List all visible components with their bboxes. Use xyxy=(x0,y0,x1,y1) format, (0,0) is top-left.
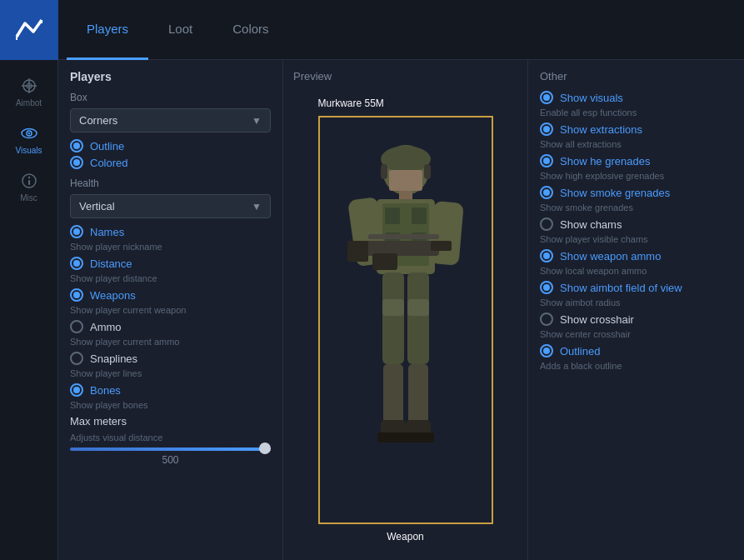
outline-row[interactable]: Outline xyxy=(70,139,271,152)
right-item-2[interactable]: Show he grenades xyxy=(540,154,732,168)
slider-thumb[interactable] xyxy=(259,442,271,454)
box-dropdown-value: Corners xyxy=(79,114,117,127)
tab-colors[interactable]: Colors xyxy=(212,0,288,60)
slider-track[interactable] xyxy=(70,448,271,451)
right-item-0[interactable]: Show visuals xyxy=(540,91,732,104)
right-radio-8[interactable] xyxy=(540,344,553,358)
names-radio[interactable] xyxy=(70,225,83,238)
bones-sub-label: Show player bones xyxy=(70,400,271,410)
main-content: Aimbot Visuals Misc Players Box Corners xyxy=(0,60,744,560)
right-item-3[interactable]: Show smoke grenades xyxy=(540,186,732,199)
sidebar-aimbot-label: Aimbot xyxy=(16,98,42,108)
right-sub-0: Enable all esp functions xyxy=(540,108,732,118)
health-dropdown[interactable]: Vertical ▼ xyxy=(70,194,271,218)
preview-box: Weapon xyxy=(318,116,493,524)
svg-rect-36 xyxy=(402,432,434,442)
colored-radio[interactable] xyxy=(70,156,83,169)
distance-label: Distance xyxy=(90,258,132,270)
right-item-1[interactable]: Show extractions xyxy=(540,122,732,136)
tab-loot[interactable]: Loot xyxy=(148,0,212,60)
health-label: Health xyxy=(70,178,271,189)
weapons-radio[interactable] xyxy=(70,288,83,302)
colored-row[interactable]: Colored xyxy=(70,156,271,169)
right-section-title: Other xyxy=(540,70,732,82)
bones-label: Bones xyxy=(90,384,121,397)
player-name-tag: Murkware 55M xyxy=(318,98,384,109)
snaplines-label: Snaplines xyxy=(90,352,137,365)
right-panel: Other Show visuals Enable all esp functi… xyxy=(527,60,744,560)
outline-label: Outline xyxy=(90,140,124,152)
box-label: Box xyxy=(70,92,271,103)
right-radio-7[interactable] xyxy=(540,312,553,326)
svg-rect-13 xyxy=(399,191,412,199)
right-label-7: Show crosshair xyxy=(560,313,634,326)
right-item-5[interactable]: Show weapon ammo xyxy=(540,249,732,262)
right-sub-6: Show aimbot radius xyxy=(540,298,732,308)
svg-rect-29 xyxy=(382,299,404,316)
names-row[interactable]: Names xyxy=(70,225,271,238)
sidebar-item-misc[interactable]: Misc xyxy=(0,163,57,211)
right-sub-1: Show all extractions xyxy=(540,139,732,149)
right-item-7[interactable]: Show crosshair xyxy=(540,312,732,326)
distance-row[interactable]: Distance xyxy=(70,257,271,270)
right-radio-2[interactable] xyxy=(540,154,553,168)
snaplines-row[interactable]: Snaplines xyxy=(70,352,271,365)
box-dropdown-chevron: ▼ xyxy=(252,115,262,127)
right-label-3: Show smoke grenades xyxy=(560,187,670,199)
right-radio-1[interactable] xyxy=(540,122,553,136)
max-meters-sub-label: Adjusts visual distance xyxy=(70,432,271,442)
left-panel-title: Players xyxy=(70,70,271,83)
right-radio-6[interactable] xyxy=(540,281,553,294)
sidebar-visuals-label: Visuals xyxy=(15,146,42,155)
outline-radio[interactable] xyxy=(70,139,83,152)
right-item-8[interactable]: Outlined xyxy=(540,344,732,358)
weapons-label: Weapons xyxy=(90,289,136,302)
topbar: Players Loot Colors xyxy=(0,0,744,60)
slider-fill xyxy=(70,448,271,451)
names-label: Names xyxy=(90,226,124,238)
right-sub-2: Show high explosive grenades xyxy=(540,171,732,181)
names-sub-label: Show player nickname xyxy=(70,242,271,252)
player-figure xyxy=(320,118,492,522)
health-dropdown-chevron: ▼ xyxy=(252,201,262,212)
right-sub-8: Adds a black outline xyxy=(540,361,732,371)
right-item-6[interactable]: Show aimbot field of view xyxy=(540,281,732,294)
preview-label: Preview xyxy=(293,70,332,82)
svg-rect-23 xyxy=(347,241,368,262)
center-panel: Preview Murkware 55M xyxy=(283,60,527,560)
right-label-1: Show extractions xyxy=(560,123,642,136)
sidebar-item-aimbot[interactable]: Aimbot xyxy=(0,68,57,116)
svg-point-6 xyxy=(27,132,29,134)
distance-radio[interactable] xyxy=(70,257,83,270)
bones-row[interactable]: Bones xyxy=(70,383,271,397)
ammo-row[interactable]: Ammo xyxy=(70,320,271,333)
box-dropdown[interactable]: Corners ▼ xyxy=(70,108,271,132)
sidebar-item-visuals[interactable]: Visuals xyxy=(0,116,57,163)
right-label-0: Show visuals xyxy=(560,92,623,104)
weapons-row[interactable]: Weapons xyxy=(70,288,271,302)
right-radio-3[interactable] xyxy=(540,186,553,199)
ammo-radio[interactable] xyxy=(70,320,83,333)
right-sub-4: Show player visible chams xyxy=(540,234,732,244)
right-radio-4[interactable] xyxy=(540,218,553,231)
svg-rect-12 xyxy=(389,170,422,191)
right-label-4: Show chams xyxy=(560,218,622,231)
snaplines-radio[interactable] xyxy=(70,352,83,365)
svg-point-11 xyxy=(381,146,431,172)
svg-rect-28 xyxy=(407,272,429,364)
right-label-2: Show he grenades xyxy=(560,155,650,168)
sidebar-misc-label: Misc xyxy=(20,193,37,202)
weapons-sub-label: Show player current weapon xyxy=(70,305,271,315)
svg-rect-26 xyxy=(372,253,397,270)
sidebar: Aimbot Visuals Misc xyxy=(0,60,58,560)
svg-rect-24 xyxy=(368,234,439,239)
bones-radio[interactable] xyxy=(70,383,83,397)
tabs-nav: Players Loot Colors xyxy=(67,0,289,59)
svg-rect-16 xyxy=(385,208,400,224)
right-radio-5[interactable] xyxy=(540,249,553,262)
svg-rect-30 xyxy=(407,299,429,316)
right-label-5: Show weapon ammo xyxy=(560,250,661,262)
right-item-4[interactable]: Show chams xyxy=(540,218,732,231)
tab-players[interactable]: Players xyxy=(67,0,148,60)
right-radio-0[interactable] xyxy=(540,91,553,104)
